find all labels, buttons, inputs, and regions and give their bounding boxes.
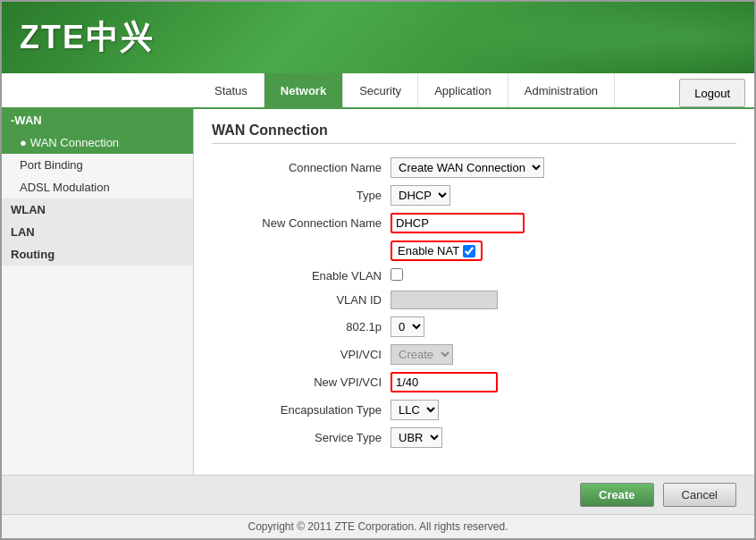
sidebar: -WAN ● WAN Connection Port Binding ADSL …: [2, 109, 194, 475]
new-vpi-vci-row: New VPI/VCI: [212, 372, 736, 392]
sidebar-routing-section: Routing: [2, 243, 193, 266]
enable-nat-label: Enable NAT: [398, 244, 459, 257]
connection-name-row: Connection Name Create WAN Connection: [212, 157, 736, 178]
type-row: Type DHCP: [212, 185, 736, 206]
header: ZTE中兴: [2, 2, 754, 73]
vpi-vci-row: VPI/VCI Create: [212, 344, 736, 365]
dot1p-select[interactable]: 0: [391, 316, 424, 337]
vpi-vci-label: VPI/VCI: [212, 348, 391, 361]
sidebar-lan-section: LAN: [2, 221, 193, 243]
new-vpi-vci-input[interactable]: [391, 372, 498, 392]
connection-name-label: Connection Name: [212, 161, 391, 174]
navbar: Status Network Security Application Admi…: [2, 73, 754, 109]
new-vpi-vci-field[interactable]: [391, 372, 498, 392]
encapsulation-select[interactable]: LLC: [391, 400, 439, 420]
logout-button[interactable]: Logout: [679, 79, 745, 107]
enable-vlan-label: Enable VLAN: [212, 269, 391, 283]
new-connection-name-input[interactable]: [391, 213, 525, 233]
service-type-label: Service Type: [212, 431, 391, 444]
create-button[interactable]: Create: [580, 483, 653, 507]
vpi-vci-field[interactable]: Create: [391, 344, 453, 365]
footer-text: Copyright © 2011 ZTE Corporation. All ri…: [248, 520, 508, 533]
sidebar-item-wan-connection[interactable]: ● WAN Connection: [2, 131, 193, 154]
encapsulation-row: Encapsulation Type LLC: [212, 400, 736, 420]
bottom-bar: Create Cancel: [2, 475, 754, 514]
encapsulation-label: Encapsulation Type: [212, 403, 391, 417]
vlan-id-row: VLAN ID: [212, 291, 736, 309]
sidebar-wlan-section: WLAN: [2, 198, 193, 221]
nav-application[interactable]: Application: [418, 73, 508, 107]
sidebar-item-port-binding[interactable]: Port Binding: [2, 154, 193, 176]
nav-status[interactable]: Status: [198, 73, 265, 107]
connection-name-field[interactable]: Create WAN Connection: [391, 157, 544, 178]
vlan-id-input[interactable]: [391, 291, 498, 309]
enable-vlan-checkbox[interactable]: [391, 268, 403, 281]
cancel-button[interactable]: Cancel: [663, 483, 736, 507]
nav-security[interactable]: Security: [343, 73, 418, 107]
new-connection-name-label: New Connection Name: [212, 216, 391, 230]
vlan-id-label: VLAN ID: [212, 293, 391, 307]
connection-name-select[interactable]: Create WAN Connection: [391, 157, 544, 178]
content-area: WAN Connection Connection Name Create WA…: [194, 109, 754, 475]
nav-network[interactable]: Network: [265, 73, 343, 107]
enable-nat-box: Enable NAT: [391, 240, 483, 261]
type-field[interactable]: DHCP: [391, 185, 450, 206]
service-type-select[interactable]: UBR: [391, 427, 442, 448]
nav-administration[interactable]: Administration: [508, 73, 615, 107]
dot1p-row: 802.1p 0: [212, 316, 736, 337]
service-type-field[interactable]: UBR: [391, 427, 442, 448]
dot1p-label: 802.1p: [212, 320, 391, 333]
service-type-row: Service Type UBR: [212, 427, 736, 448]
enable-vlan-field[interactable]: [391, 268, 403, 283]
sidebar-item-adsl-modulation[interactable]: ADSL Modulation: [2, 176, 193, 198]
enable-vlan-row: Enable VLAN: [212, 268, 736, 283]
encapsulation-field[interactable]: LLC: [391, 400, 439, 420]
sidebar-wan-section: -WAN: [2, 109, 193, 131]
enable-nat-row: Enable NAT: [391, 240, 736, 261]
type-select[interactable]: DHCP: [391, 185, 450, 206]
page-title: WAN Connection: [212, 122, 736, 144]
new-connection-name-field[interactable]: [391, 213, 525, 233]
new-connection-name-row: New Connection Name: [212, 213, 736, 233]
main-area: -WAN ● WAN Connection Port Binding ADSL …: [2, 109, 754, 475]
vlan-id-field[interactable]: [391, 291, 498, 309]
logo: ZTE中兴: [20, 16, 154, 60]
enable-nat-checkbox[interactable]: [463, 245, 475, 257]
footer: Copyright © 2011 ZTE Corporation. All ri…: [2, 514, 754, 538]
vpi-vci-select[interactable]: Create: [391, 344, 453, 365]
dot1p-field[interactable]: 0: [391, 316, 424, 337]
new-vpi-vci-label: New VPI/VCI: [212, 375, 391, 389]
type-label: Type: [212, 189, 391, 202]
